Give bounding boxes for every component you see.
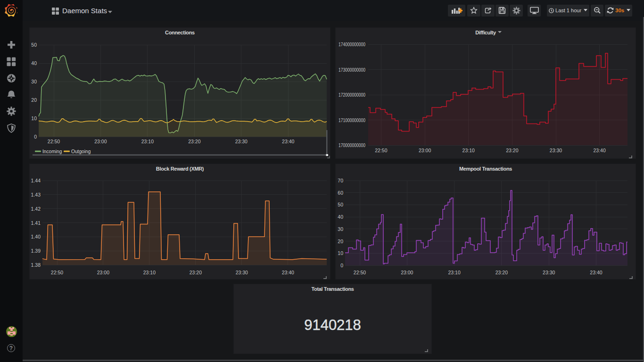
svg-text:60: 60 [338,190,343,196]
svg-text:70: 70 [338,178,343,183]
svg-text:40: 40 [338,214,343,220]
svg-text:23:30: 23:30 [550,148,562,153]
svg-text:173000000000: 173000000000 [339,67,365,73]
svg-text:174000000000: 174000000000 [339,41,365,47]
svg-text:23:00: 23:00 [94,139,107,144]
svg-text:50: 50 [338,202,343,207]
svg-text:171000000000: 171000000000 [339,117,365,123]
svg-text:1.39: 1.39 [31,248,41,254]
svg-text:23:20: 23:20 [506,148,518,153]
svg-text:0: 0 [340,263,343,268]
svg-text:172000000000: 172000000000 [339,92,365,98]
svg-text:22:50: 22:50 [48,139,60,144]
svg-text:1.41: 1.41 [31,220,41,226]
svg-text:23:40: 23:40 [282,270,294,275]
svg-text:30: 30 [31,79,37,84]
svg-text:23:40: 23:40 [593,148,605,153]
svg-text:1.40: 1.40 [31,234,41,239]
svg-text:23:30: 23:30 [235,139,248,144]
svg-text:Outgoing: Outgoing [71,149,91,154]
svg-text:Incoming: Incoming [42,149,62,154]
svg-text:10: 10 [31,115,37,121]
svg-text:10: 10 [338,250,343,256]
svg-text:0: 0 [34,134,37,140]
svg-text:23:40: 23:40 [282,139,294,144]
svg-text:23:10: 23:10 [141,139,154,144]
svg-text:23:10: 23:10 [448,270,460,275]
svg-text:20: 20 [338,239,343,244]
svg-text:23:20: 23:20 [188,139,200,144]
svg-text:22:50: 22:50 [354,270,366,275]
svg-text:23:10: 23:10 [143,270,156,275]
svg-text:1.42: 1.42 [31,206,41,212]
svg-text:30: 30 [338,226,343,232]
svg-text:23:20: 23:20 [190,270,202,275]
svg-text:170000000000: 170000000000 [339,142,365,148]
svg-text:1.44: 1.44 [31,178,41,183]
svg-text:23:40: 23:40 [590,270,602,275]
svg-text:22:50: 22:50 [51,270,63,275]
svg-text:23:20: 23:20 [495,270,508,275]
svg-text:40: 40 [31,60,37,66]
svg-text:1.43: 1.43 [31,192,41,197]
svg-text:23:10: 23:10 [462,148,475,153]
svg-text:23:00: 23:00 [419,148,431,153]
svg-text:22:50: 22:50 [375,148,387,153]
svg-text:1.38: 1.38 [31,262,41,268]
svg-text:23:30: 23:30 [236,270,248,275]
svg-text:23:30: 23:30 [543,270,555,275]
svg-text:23:00: 23:00 [97,270,109,275]
svg-text:50: 50 [31,42,37,48]
svg-text:23:00: 23:00 [401,270,413,275]
svg-text:20: 20 [31,97,37,103]
